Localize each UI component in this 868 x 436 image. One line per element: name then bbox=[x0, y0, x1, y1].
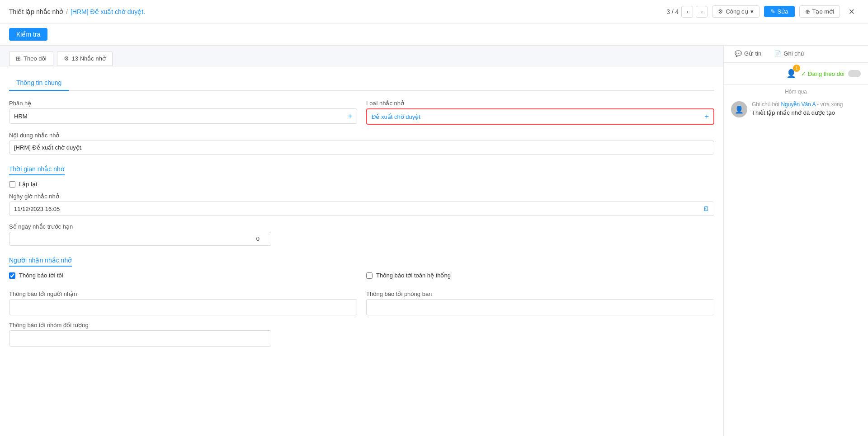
tab-theo-doi[interactable]: ⊞ Theo dõi bbox=[9, 51, 53, 66]
check-icon: ✓ bbox=[801, 70, 806, 77]
settings-icon: ⚙ bbox=[64, 55, 69, 62]
comment-header: Ghi chú bởi Nguyễn Văn A - vừa xong bbox=[752, 101, 861, 108]
nguoi-nhan-label: Thông báo tới người nhận bbox=[9, 291, 357, 297]
create-button[interactable]: ⊕ Tạo mới bbox=[799, 5, 840, 18]
thoi-gian-section-title: Thời gian nhắc nhở bbox=[9, 165, 65, 175]
noi-dung-group: Nội dung nhắc nhở [HRM] Đề xuất chờ duyệ… bbox=[9, 132, 714, 155]
breadcrumb-sep: / bbox=[66, 8, 68, 15]
lap-lai-row: Lặp lại bbox=[9, 181, 714, 188]
phong-ban-group: Thông báo tới phòng ban bbox=[366, 291, 714, 315]
comment-text: Thiết lập nhắc nhở đã được tạo bbox=[752, 109, 861, 116]
follow-badge-count: 1 bbox=[793, 65, 800, 72]
tab-thong-tin-chung[interactable]: Thông tin chung bbox=[9, 75, 69, 91]
thong-bao-toan-he-thong-checkbox[interactable] bbox=[366, 272, 373, 279]
comment-item: 👤 Ghi chú bởi Nguyễn Văn A - vừa xong Th… bbox=[724, 97, 868, 122]
follow-section: 👤 1 ✓ Đang theo dõi bbox=[724, 63, 868, 85]
table-icon: ⊞ bbox=[16, 55, 21, 62]
avatar: 👤 bbox=[731, 101, 747, 117]
phan-he-loai-row: Phân hệ HRM + Loại nhắc nhở Đề xuất chờ … bbox=[9, 100, 714, 125]
tab-theo-doi-label: Theo dõi bbox=[24, 55, 47, 62]
comment-author[interactable]: Nguyễn Văn A bbox=[781, 101, 815, 108]
loai-nhac-nho-group: Loại nhắc nhở Đề xuất chờ duyệt + bbox=[366, 100, 714, 125]
so-ngay-field[interactable] bbox=[14, 235, 266, 242]
nguoi-nhan-input[interactable] bbox=[9, 299, 357, 315]
loai-nhac-nho-input[interactable]: Đề xuất chờ duyệt + bbox=[366, 108, 714, 125]
nhom-doi-tuong-label: Thông báo tới nhóm đối tượng bbox=[9, 322, 271, 328]
thong-bao-toi-toi-label: Thông báo tới tôi bbox=[19, 272, 63, 279]
ngay-gio-field[interactable] bbox=[14, 206, 703, 212]
pagination-text: 3 / 4 bbox=[666, 8, 679, 15]
tools-icon: ⚙ bbox=[718, 8, 723, 15]
page-header: Thiết lập nhắc nhở / [HRM] Đề xuất chờ d… bbox=[0, 0, 868, 23]
nguoi-nhan-phong-ban-row: Thông báo tới người nhận Thông báo tới p… bbox=[9, 291, 714, 315]
close-button[interactable]: × bbox=[844, 5, 859, 19]
right-panel: 💬 Gửi tin 📄 Ghi chú 👤 1 ✓ Đang the bbox=[723, 46, 868, 436]
so-ngay-label: Số ngày nhắc trước hạn bbox=[9, 223, 271, 230]
breadcrumb-main: Thiết lập nhắc nhở bbox=[9, 8, 63, 15]
loai-nhac-nho-label: Loại nhắc nhở bbox=[366, 100, 714, 107]
inner-tabs: Thông tin chung bbox=[9, 75, 714, 91]
message-icon: 💬 bbox=[735, 50, 742, 57]
edit-icon: ✎ bbox=[770, 8, 775, 15]
thong-bao-toan-he-thong-row: Thông báo tới toàn hệ thống bbox=[366, 272, 714, 279]
phong-ban-input[interactable] bbox=[366, 299, 714, 315]
noi-dung-input[interactable]: [HRM] Đề xuất chờ duyệt. bbox=[9, 141, 714, 155]
nhom-doi-tuong-input[interactable] bbox=[9, 330, 271, 347]
thong-bao-toi-toi-row: Thông báo tới tôi bbox=[9, 272, 357, 279]
main-layout: ⊞ Theo dõi ⚙ 13 Nhắc nhở Thông tin chung… bbox=[0, 46, 868, 436]
tab-nhac-nho-label: 13 Nhắc nhở bbox=[72, 55, 106, 62]
so-ngay-group: Số ngày nhắc trước hạn bbox=[9, 223, 271, 246]
right-panel-tabs: 💬 Gửi tin 📄 Ghi chú bbox=[724, 46, 868, 63]
header-right: 3 / 4 ‹ › ⚙ Công cụ ▾ ✎ Sửa ⊕ Tạo mới bbox=[666, 5, 859, 19]
pagination: 3 / 4 ‹ › bbox=[666, 6, 708, 18]
close-icon: × bbox=[849, 6, 855, 18]
tab-ghi-chu[interactable]: 📄 Ghi chú bbox=[768, 46, 810, 62]
pagination-prev-button[interactable]: ‹ bbox=[681, 6, 693, 18]
nhom-doi-tuong-group: Thông báo tới nhóm đối tượng bbox=[9, 322, 271, 347]
phong-ban-label: Thông báo tới phòng ban bbox=[366, 291, 714, 297]
ngay-gio-label: Ngày giờ nhắc nhở bbox=[9, 193, 714, 200]
chevron-down-icon: ▾ bbox=[750, 8, 754, 15]
calendar-icon[interactable]: 🗓 bbox=[703, 205, 709, 212]
form-area: Thông tin chung Phân hệ HRM + Loại nhắc … bbox=[0, 66, 723, 362]
tools-button[interactable]: ⚙ Công cụ ▾ bbox=[712, 5, 759, 18]
breadcrumb: Thiết lập nhắc nhở / [HRM] Đề xuất chờ d… bbox=[9, 8, 145, 15]
tab-nhac-nho[interactable]: ⚙ 13 Nhắc nhở bbox=[57, 51, 113, 66]
phan-he-group: Phân hệ HRM + bbox=[9, 100, 357, 125]
ngay-gio-group: Ngày giờ nhắc nhở 🗓 bbox=[9, 193, 714, 216]
breadcrumb-sub[interactable]: [HRM] Đề xuất chờ duyệt. bbox=[71, 8, 145, 15]
create-icon: ⊕ bbox=[805, 8, 810, 15]
day-label: Hôm qua bbox=[724, 85, 868, 97]
lap-lai-label: Lặp lại bbox=[19, 181, 37, 188]
so-ngay-input[interactable] bbox=[9, 232, 271, 246]
note-icon: 📄 bbox=[774, 50, 781, 57]
tabs-row: ⊞ Theo dõi ⚙ 13 Nhắc nhở bbox=[0, 46, 723, 66]
ngay-gio-input[interactable]: 🗓 bbox=[9, 202, 714, 216]
tab-gui-tin[interactable]: 💬 Gửi tin bbox=[728, 46, 768, 62]
nguoi-nhan-group: Thông báo tới người nhận bbox=[9, 291, 357, 315]
thong-bao-checkboxes-row: Thông báo tới tôi Thông báo tới toàn hệ … bbox=[9, 272, 714, 284]
thong-bao-toi-toi-checkbox[interactable] bbox=[9, 272, 15, 279]
sub-header: Kiểm tra bbox=[0, 23, 868, 46]
loai-nhac-nho-add-icon[interactable]: + bbox=[705, 113, 709, 121]
lap-lai-checkbox[interactable] bbox=[9, 181, 15, 188]
follow-badge: 👤 1 bbox=[785, 67, 797, 80]
follow-toggle[interactable] bbox=[848, 70, 861, 77]
comment-content: Ghi chú bởi Nguyễn Văn A - vừa xong Thiế… bbox=[752, 101, 861, 117]
phan-he-label: Phân hệ bbox=[9, 100, 357, 107]
pagination-next-button[interactable]: › bbox=[696, 6, 708, 18]
phan-he-add-icon[interactable]: + bbox=[348, 112, 352, 120]
thong-bao-toan-he-thong-label: Thông báo tới toàn hệ thống bbox=[376, 272, 451, 279]
next-icon: › bbox=[701, 9, 703, 15]
follow-text: ✓ Đang theo dõi bbox=[801, 70, 844, 77]
kiem-tra-button[interactable]: Kiểm tra bbox=[9, 28, 47, 41]
noi-dung-label: Nội dung nhắc nhở bbox=[9, 132, 714, 139]
left-panel: ⊞ Theo dõi ⚙ 13 Nhắc nhở Thông tin chung… bbox=[0, 46, 723, 436]
avatar-icon: 👤 bbox=[735, 105, 744, 114]
prev-icon: ‹ bbox=[686, 9, 688, 15]
edit-button[interactable]: ✎ Sửa bbox=[764, 6, 795, 17]
phan-he-input[interactable]: HRM + bbox=[9, 108, 357, 124]
nguoi-nhan-section-title: Người nhận nhắc nhở bbox=[9, 257, 72, 267]
